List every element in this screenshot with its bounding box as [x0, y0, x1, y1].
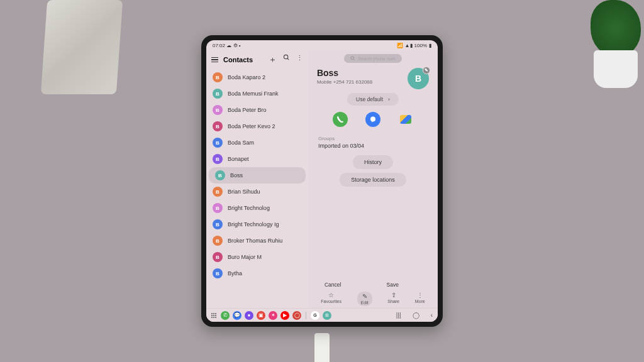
contact-row[interactable]: BBoda Sam [206, 134, 308, 151]
youtube-icon[interactable]: ▶ [280, 311, 289, 320]
share-icon: ⇪ [391, 292, 396, 299]
contact-phone: Mobile +254 721 632088 [317, 79, 372, 85]
avatar: B [213, 138, 223, 148]
add-button[interactable]: ＋ [269, 54, 277, 65]
contact-name-label: Bonapet [228, 156, 249, 162]
contact-name-label: Boda Sam [228, 140, 254, 146]
app-icon-red2[interactable]: ◯ [292, 311, 301, 320]
favourites-action[interactable]: ☆Favourites [321, 292, 341, 306]
recents-nav-icon[interactable]: ||| [396, 312, 401, 319]
menu-icon[interactable] [211, 57, 218, 63]
duo-icon [400, 115, 411, 124]
contact-name-label: Boda Memusi Frank [228, 90, 279, 97]
groups-label: Groups [318, 136, 428, 141]
use-default-button[interactable]: Use default › [347, 93, 399, 106]
contact-name-label: Boda Kaparo 2 [228, 74, 265, 80]
gear-icon: ⚙ [233, 43, 238, 48]
contact-row[interactable]: BBright Technology Ig [206, 216, 308, 233]
screen: 07:02 ☁ ⚙ • 📶 ▲▮ 100% ▮ Contacts ＋ [206, 40, 438, 322]
svg-point-2 [351, 57, 354, 60]
apps-grid-icon[interactable] [211, 313, 218, 318]
taskbar: ✆ 💬 ● ▣ ✶ ▶ ◯ G B ||| ◯ ‹ [206, 308, 438, 322]
contact-name: Boss [317, 68, 372, 78]
taskbar-divider [306, 312, 306, 319]
battery-text: 100% [414, 43, 427, 48]
contact-avatar[interactable]: B ✎ [408, 68, 429, 89]
save-button[interactable]: Save [386, 282, 398, 288]
avatar: B [215, 170, 225, 180]
detail-bottom-bar: Cancel Save ☆Favourites✎Edit⇪Share⋮More [313, 289, 433, 308]
search-pill[interactable]: Search phone num [344, 54, 401, 63]
chevron-right-icon: › [388, 96, 390, 102]
history-button[interactable]: History [353, 155, 393, 169]
contact-name-label: Bright Technolog [228, 205, 270, 211]
status-bar: 07:02 ☁ ⚙ • 📶 ▲▮ 100% ▮ [206, 40, 438, 50]
groups-value: Imported on 03/04 [318, 143, 428, 149]
favourites-icon: ☆ [328, 292, 334, 299]
action-label: Edit [361, 300, 369, 305]
app-icon-purple[interactable]: ● [245, 311, 253, 320]
contact-row[interactable]: BBuro Major M [206, 249, 308, 265]
avatar: B [213, 105, 223, 115]
contact-row[interactable]: BBonapet [206, 151, 308, 167]
contact-row[interactable]: BBroker Thomas Ruhiu [206, 233, 308, 249]
avatar: B [213, 72, 223, 82]
wifi-icon: 📶 [397, 43, 403, 48]
contact-name-label: Bytha [228, 270, 242, 277]
contact-detail-pane: Search phone num Boss Mobile +254 721 63… [308, 50, 438, 308]
call-button[interactable] [333, 112, 348, 127]
messages-app-icon[interactable]: 💬 [233, 311, 242, 320]
contact-name-label: Boss [230, 172, 243, 178]
share-action[interactable]: ⇪Share [387, 292, 399, 306]
contact-name-label: Boda Peter Kevo 2 [228, 123, 275, 129]
avatar: B [213, 219, 223, 229]
kebab-icon[interactable]: ⋮ [296, 54, 303, 65]
edit-icon: ✎ [362, 293, 367, 300]
google-app-icon[interactable]: G [311, 311, 319, 320]
cloud-icon: ☁ [226, 43, 231, 48]
search-phone-text: Search phone num [358, 57, 395, 61]
contact-row[interactable]: BBoda Peter Kevo 2 [206, 118, 308, 134]
cancel-button[interactable]: Cancel [325, 282, 341, 288]
contact-row[interactable]: BBoda Peter Bro [206, 102, 308, 118]
action-label: Share [387, 299, 399, 304]
contact-row[interactable]: BBoss [209, 167, 306, 184]
svg-point-0 [284, 55, 287, 58]
video-call-button[interactable] [398, 112, 413, 127]
contact-name-label: Brian Sihudu [228, 189, 260, 195]
contact-row[interactable]: BBoda Kaparo 2 [206, 69, 308, 85]
app-icon-pink[interactable]: ✶ [269, 311, 277, 320]
contacts-pane: Contacts ＋ ⋮ BBoda Kaparo 2BBoda Memusi … [206, 50, 308, 308]
home-nav-icon[interactable]: ◯ [413, 312, 419, 319]
avatar: B [213, 121, 223, 131]
search-icon[interactable] [283, 54, 290, 65]
contact-row[interactable]: BBoda Memusi Frank [206, 85, 308, 102]
avatar: B [213, 252, 223, 262]
app-icon-red[interactable]: ▣ [257, 311, 265, 320]
svg-line-1 [287, 58, 289, 60]
svg-line-3 [353, 59, 355, 60]
avatar: B [213, 236, 223, 246]
app-header: Contacts ＋ ⋮ [206, 50, 308, 69]
avatar: B [213, 89, 223, 99]
contacts-app-icon[interactable]: B [323, 311, 331, 320]
storage-locations-button[interactable]: Storage locations [340, 173, 406, 187]
contact-name-label: Bright Technology Ig [228, 221, 279, 228]
more-action[interactable]: ⋮More [415, 292, 425, 306]
contact-row[interactable]: BBrian Sihudu [206, 184, 308, 200]
avatar: B [213, 187, 223, 197]
contact-row[interactable]: BBright Technolog [206, 200, 308, 216]
action-label: More [415, 299, 425, 304]
back-nav-icon[interactable]: ‹ [431, 312, 433, 319]
contact-list[interactable]: BBoda Kaparo 2BBoda Memusi FrankBBoda Pe… [206, 69, 308, 308]
groups-section[interactable]: Groups Imported on 03/04 [313, 133, 433, 151]
avatar: B [213, 154, 223, 164]
edit-action[interactable]: ✎Edit [357, 292, 372, 306]
message-button[interactable] [365, 112, 380, 127]
avatar: B [213, 268, 223, 278]
action-label: Favourites [321, 299, 341, 304]
status-left: 07:02 ☁ ⚙ • [213, 43, 241, 48]
contact-row[interactable]: BBytha [206, 265, 308, 282]
edit-avatar-icon[interactable]: ✎ [423, 67, 430, 74]
phone-app-icon[interactable]: ✆ [221, 311, 230, 320]
